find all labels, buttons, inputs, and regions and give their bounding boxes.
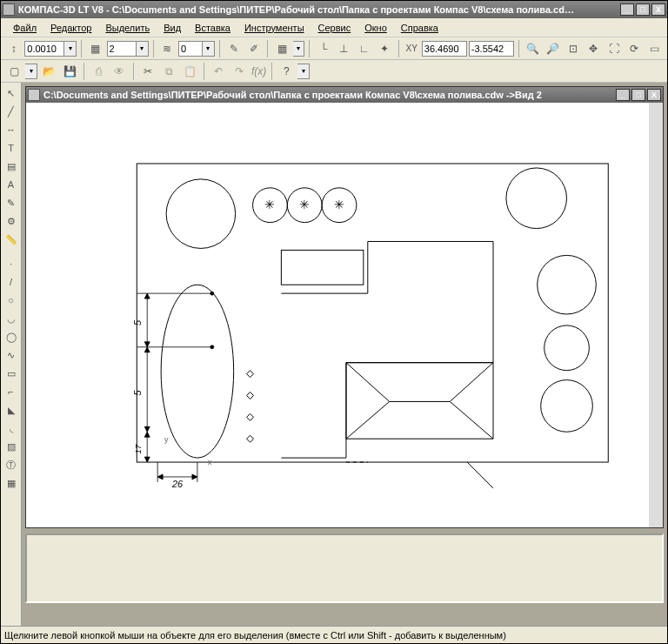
toggle-b-icon[interactable]: ✐ — [244, 39, 263, 58]
perp-icon[interactable]: ⊥ — [335, 39, 353, 58]
doc-minimize-button[interactable]: _ — [616, 89, 630, 101]
svg-point-8 — [506, 168, 567, 229]
doc-maximize-button[interactable]: □ — [631, 89, 645, 101]
menu-insert[interactable]: Вставка — [190, 21, 236, 35]
rect-tool-icon[interactable]: ▭ — [3, 365, 20, 382]
zoom-window-icon[interactable]: ⊡ — [564, 39, 582, 58]
dimension-tool-icon[interactable]: ↔ — [3, 121, 20, 138]
style-input[interactable] — [178, 41, 203, 57]
preview-icon[interactable]: 👁 — [110, 62, 129, 81]
fillet-tool-icon[interactable]: ◟ — [3, 419, 20, 437]
text-tool-icon[interactable]: T — [3, 139, 20, 157]
menu-view[interactable]: Вид — [158, 21, 186, 35]
svg-text:✳: ✳ — [334, 198, 344, 211]
hatch2-tool-icon[interactable]: ▨ — [3, 438, 20, 455]
menu-tools[interactable]: Инструменты — [239, 21, 310, 35]
menu-service[interactable]: Сервис — [313, 21, 357, 35]
save-icon[interactable]: 💾 — [60, 62, 79, 81]
ellipse-tool-icon[interactable]: ◯ — [3, 328, 20, 345]
view-icon[interactable]: ▭ — [645, 39, 664, 58]
maximize-button[interactable]: □ — [636, 3, 650, 16]
menu-select[interactable]: Выделить — [100, 21, 155, 35]
spline-tool-icon[interactable]: ∿ — [3, 346, 20, 364]
svg-line-16 — [450, 363, 493, 402]
doc-close-button[interactable]: X — [647, 89, 661, 101]
svg-marker-14 — [346, 363, 493, 439]
arc-tool-icon[interactable]: ◡ — [3, 310, 20, 327]
redo-icon[interactable]: ↷ — [230, 62, 249, 81]
minimize-button[interactable]: _ — [620, 3, 634, 16]
layer-dropdown[interactable]: ▾ — [137, 41, 149, 57]
new-icon[interactable]: ▢ — [4, 62, 23, 81]
layer-input[interactable] — [107, 41, 137, 57]
chamfer-tool-icon[interactable]: ◣ — [3, 401, 20, 419]
copy-icon[interactable]: ⧉ — [159, 62, 178, 81]
menu-file[interactable]: Файл — [8, 21, 42, 35]
axis-icon[interactable]: ✦ — [375, 39, 393, 58]
style-dropdown[interactable]: ▾ — [203, 41, 215, 57]
pan-icon[interactable]: ✥ — [584, 39, 603, 58]
zoom-fit-icon[interactable]: ⛶ — [605, 39, 623, 58]
angle-icon[interactable]: ∟ — [355, 39, 373, 58]
undo-icon[interactable]: ↶ — [209, 62, 228, 81]
grid-icon[interactable]: ▦ — [272, 39, 291, 58]
dim-26: 26 — [171, 479, 184, 489]
params-tool-icon[interactable]: ⚙ — [3, 212, 20, 230]
menu-editor[interactable]: Редактор — [45, 21, 97, 35]
point-tool-icon[interactable]: · — [3, 255, 20, 272]
fx-button[interactable]: f(x) — [250, 62, 267, 81]
zoom-in-icon[interactable]: 🔍 — [524, 39, 542, 58]
dim-5b: 5 — [132, 390, 143, 396]
svg-marker-35 — [144, 426, 150, 432]
vertical-scrollbar[interactable] — [649, 103, 663, 527]
symbol-tool-icon[interactable]: A — [3, 176, 20, 193]
cursor-tool-icon[interactable]: ↖ — [3, 84, 20, 102]
statusbar: Щелкните левой кнопкой мыши на объекте д… — [1, 626, 667, 643]
svg-line-15 — [346, 363, 390, 402]
drawing-canvas[interactable]: ✳ ✳ ✳ — [26, 103, 649, 527]
polyline-tool-icon[interactable]: ⌐ — [3, 383, 20, 400]
menu-help[interactable]: Справка — [396, 21, 444, 35]
svg-marker-37 — [144, 457, 150, 462]
dim-17: 17 — [133, 444, 143, 454]
svg-marker-26 — [192, 474, 197, 480]
line-tool-icon[interactable]: ╱ — [3, 103, 20, 120]
open-icon[interactable]: 📂 — [39, 62, 58, 81]
menu-window[interactable]: Окно — [359, 21, 392, 35]
print-icon[interactable]: ⎙ — [89, 62, 108, 81]
edit-tool-icon[interactable]: ✎ — [3, 194, 20, 211]
help-dropdown[interactable]: ▾ — [297, 64, 310, 79]
coord-x-input[interactable] — [422, 41, 467, 57]
close-button[interactable]: X — [651, 3, 665, 16]
layers-icon[interactable]: ▦ — [86, 39, 104, 58]
left-toolbox: ↖ ╱ ↔ T ▤ A ✎ ⚙ 📏 · / ○ ◡ ◯ ∿ ▭ ⌐ ◣ ◟ ▨ … — [1, 83, 22, 626]
mdi-area: С:\Documents and Settings\ПИТЕР\Рабочий … — [22, 83, 667, 626]
style-icon[interactable]: ≋ — [158, 39, 177, 58]
zoom-out-icon[interactable]: 🔎 — [544, 39, 562, 58]
svg-text:x: x — [208, 458, 212, 466]
table-tool-icon[interactable]: ▦ — [3, 474, 20, 492]
hatch-tool-icon[interactable]: ▤ — [3, 158, 20, 175]
measure-tool-icon[interactable]: 📏 — [3, 231, 20, 248]
grid-dropdown[interactable]: ▾ — [293, 41, 305, 57]
ortho-icon[interactable]: └ — [314, 39, 332, 58]
svg-point-30 — [210, 292, 214, 295]
toggle-a-icon[interactable]: ✎ — [224, 39, 243, 58]
help-cursor-icon[interactable]: ? — [277, 62, 296, 81]
snap-step-icon[interactable]: ↕ — [4, 39, 23, 58]
svg-point-1 — [166, 179, 236, 249]
refresh-icon[interactable]: ⟳ — [625, 39, 643, 58]
step-dropdown[interactable]: ▾ — [64, 41, 77, 57]
new-dropdown[interactable]: ▾ — [25, 64, 37, 79]
step-input[interactable] — [24, 41, 64, 57]
document-titlebar: С:\Documents and Settings\ПИТЕР\Рабочий … — [26, 87, 663, 103]
paste-icon[interactable]: 📋 — [180, 62, 199, 81]
cut-icon[interactable]: ✂ — [138, 62, 157, 81]
svg-marker-25 — [157, 474, 163, 480]
segment-tool-icon[interactable]: / — [3, 273, 20, 291]
circle-tool-icon[interactable]: ○ — [3, 292, 20, 309]
coord-y-input[interactable] — [469, 41, 514, 57]
text2-tool-icon[interactable]: Ⓣ — [3, 456, 20, 473]
svg-point-9 — [538, 255, 597, 314]
svg-line-17 — [346, 401, 390, 439]
